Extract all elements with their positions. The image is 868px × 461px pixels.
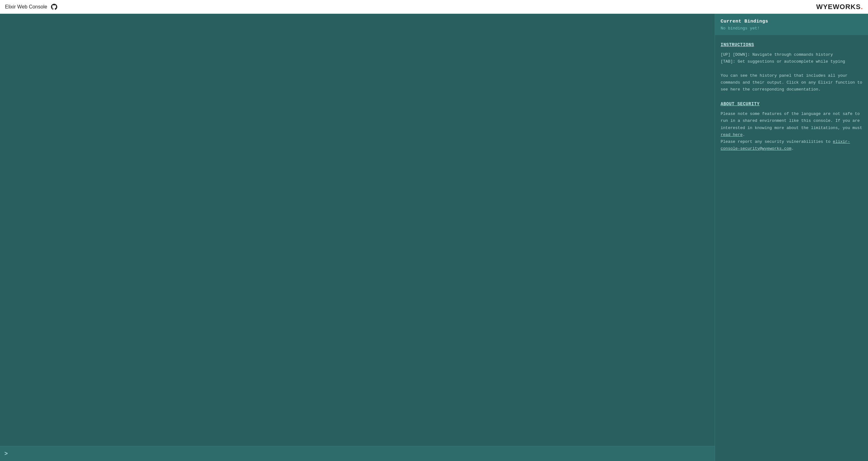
- github-icon[interactable]: [51, 3, 58, 11]
- brand-dot: .: [861, 3, 863, 11]
- security-text3: Please report any security vulnerabiliti…: [721, 139, 833, 144]
- console-output: [0, 14, 715, 446]
- brand-logo: WYEWORKS.: [816, 3, 863, 11]
- bindings-section: Current Bindings No bindings yet!: [715, 14, 868, 35]
- security-heading: ABOUT SECURITY: [721, 100, 862, 108]
- console-input-bar[interactable]: >: [0, 446, 715, 461]
- instructions-section: INSTRUCTIONS [UP] [DOWN]: Navigate throu…: [721, 41, 862, 93]
- console-input[interactable]: [10, 451, 710, 456]
- console-panel: >: [0, 14, 715, 461]
- bindings-title: Current Bindings: [721, 19, 862, 24]
- read-here-link[interactable]: read here: [721, 133, 743, 137]
- security-text2: .: [743, 133, 745, 137]
- instructions-text: [UP] [DOWN]: Navigate through commands h…: [721, 51, 862, 93]
- bindings-status: No bindings yet!: [721, 26, 862, 31]
- instructions-line3: You can see the history panel that inclu…: [721, 73, 862, 92]
- main-layout: > Current Bindings No bindings yet! INST…: [0, 14, 868, 461]
- sidebar: Current Bindings No bindings yet! INSTRU…: [715, 14, 868, 461]
- security-text: Please note some features of the languag…: [721, 111, 862, 152]
- instructions-heading: INSTRUCTIONS: [721, 41, 862, 48]
- instructions-line2: [TAB]: Get suggestions or autocomplete w…: [721, 59, 845, 64]
- security-text1: Please note some features of the languag…: [721, 112, 862, 130]
- header-left: Elixir Web Console: [5, 3, 58, 11]
- security-text4: .: [791, 146, 794, 151]
- app-header: Elixir Web Console WYEWORKS.: [0, 0, 868, 14]
- app-title: Elixir Web Console: [5, 4, 47, 10]
- security-section: ABOUT SECURITY Please note some features…: [721, 100, 862, 152]
- info-section: INSTRUCTIONS [UP] [DOWN]: Navigate throu…: [715, 35, 868, 461]
- console-prompt: >: [4, 451, 8, 457]
- instructions-line1: [UP] [DOWN]: Navigate through commands h…: [721, 52, 833, 57]
